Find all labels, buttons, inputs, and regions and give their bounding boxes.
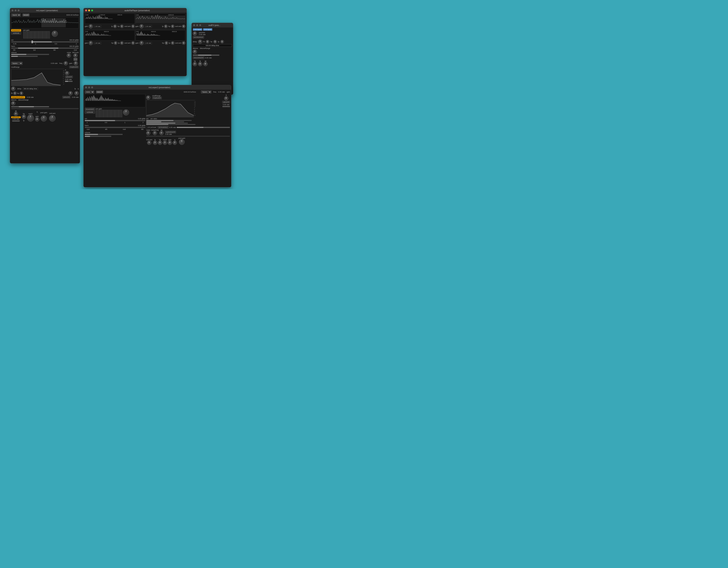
- qmodoff-button[interactable]: qModOff: [65, 76, 73, 78]
- snd-amt-knob[interactable]: [49, 115, 56, 122]
- afp-tl-maximize[interactable]: [91, 9, 93, 11]
- delay-mix-rate: 0.06 rate: [27, 96, 34, 98]
- sfx-hp-knob2[interactable]: [193, 62, 197, 66]
- afp-gain-knob-1[interactable]: [89, 24, 93, 28]
- ml2-notch-knob[interactable]: [163, 141, 167, 145]
- ml2-gain-knob2[interactable]: [168, 141, 172, 145]
- pitchmix-knob[interactable]: [193, 31, 197, 36]
- bitcrush-knob[interactable]: [73, 53, 78, 58]
- afp-tl-close[interactable]: [85, 9, 87, 11]
- filter-select[interactable]: lopass: [11, 62, 23, 65]
- ml2-harm-v3: root: [123, 128, 126, 130]
- sfx-tl-minimize[interactable]: [196, 24, 198, 26]
- ml2-pregain-knob[interactable]: [123, 109, 129, 115]
- sfx-input2-btn[interactable]: 0.50 input2: [203, 28, 213, 31]
- ml2-apmixmodoff-btn[interactable]: apMixModOff: [165, 131, 176, 133]
- afp-lp-knob-1[interactable]: [113, 25, 117, 28]
- afp-hp-knob-1[interactable]: [120, 25, 124, 28]
- hp-knob[interactable]: [20, 92, 23, 95]
- sfx-fb-knob[interactable]: [206, 40, 209, 43]
- tl-close[interactable]: [12, 9, 13, 11]
- ml2-lp-knob[interactable]: [153, 141, 157, 145]
- freqmodoff-button[interactable]: freqModOff: [69, 66, 79, 68]
- record-button[interactable]: record: [23, 14, 29, 16]
- mclooper1-title: mcLooper1 (presentation): [21, 9, 73, 12]
- gain-knob-bottom[interactable]: [35, 117, 39, 122]
- delay-knob[interactable]: [11, 87, 15, 91]
- gain-knob-filter[interactable]: [74, 61, 78, 65]
- freq-knob[interactable]: [64, 61, 68, 65]
- afp-hp-knob-3[interactable]: [114, 41, 117, 45]
- afp-sndamt-knob-2[interactable]: [182, 25, 185, 28]
- afp-sndamt-knob-1[interactable]: [131, 25, 135, 28]
- oct-slider-thumb[interactable]: [31, 41, 33, 43]
- afp-gain-knob-4[interactable]: [140, 41, 144, 45]
- ap-knob[interactable]: [14, 112, 18, 116]
- afp-hp-knob-2[interactable]: [171, 25, 174, 28]
- pitchmixmod0-button[interactable]: pitchMixMod0: [193, 36, 204, 38]
- ml2-tl-close[interactable]: [85, 86, 87, 88]
- sfx-delay-knob[interactable]: [198, 40, 202, 44]
- afp-lp-knob-2[interactable]: [164, 25, 168, 28]
- timestretch-button[interactable]: timestretch: [11, 29, 21, 31]
- sfx-input1-btn[interactable]: 0.50 input1: [193, 28, 202, 31]
- afp-sndamt-knob-3[interactable]: [131, 41, 135, 45]
- afp-tl-minimize[interactable]: [88, 9, 90, 11]
- detune-knob[interactable]: [11, 101, 15, 105]
- lpmodoff-button[interactable]: lpModOff: [62, 96, 70, 98]
- ml2-freqmodoff-btn[interactable]: freqModOff: [152, 97, 162, 99]
- ml2-record-button[interactable]: record: [96, 91, 103, 93]
- octmode-button[interactable]: octMode: [11, 32, 21, 35]
- ml2-hp-knob[interactable]: [158, 141, 162, 145]
- ml2-filter-select[interactable]: hipass: [201, 90, 211, 93]
- post-gain-knob[interactable]: [41, 115, 47, 122]
- harm-glide: 300.00 glide: [69, 45, 79, 47]
- lp-knob-delay[interactable]: [68, 91, 73, 95]
- q-knob[interactable]: [65, 71, 69, 75]
- notch-knob[interactable]: [27, 115, 34, 122]
- ml2-input-select[interactable]: none: [85, 90, 94, 93]
- tl-minimize[interactable]: [15, 9, 16, 11]
- fb-knob[interactable]: [13, 92, 17, 95]
- delaymixmodon-button[interactable]: delayMixModOn: [11, 96, 25, 98]
- ml2-timestretch-btn[interactable]: timestretch: [85, 108, 95, 111]
- ml2-noisefreq-knob[interactable]: [153, 131, 157, 135]
- detunemodoff-button[interactable]: detuneModOff: [193, 56, 204, 59]
- sfx-lp-knob2[interactable]: [198, 62, 202, 66]
- ml2-noise-knob[interactable]: [146, 131, 150, 135]
- ml2-q-knob[interactable]: [224, 96, 228, 100]
- afp-gain-knob-2[interactable]: [140, 24, 144, 28]
- ml2-gain-label2: gain: [168, 139, 172, 141]
- ml2-sndamt-knob[interactable]: [147, 141, 151, 145]
- input-select[interactable]: input1: [11, 13, 21, 16]
- ml2-ap-knob[interactable]: [159, 131, 164, 135]
- ml2-tl-maximize[interactable]: [91, 86, 93, 88]
- sfx-detune-knob[interactable]: [193, 50, 197, 54]
- ml2-qmodoff-btn[interactable]: qModOff: [222, 101, 230, 103]
- afp-gain-knob-3[interactable]: [89, 41, 93, 45]
- afp-lp-knob-3[interactable]: [120, 41, 124, 45]
- sfx-tl-close[interactable]: [193, 24, 195, 26]
- afp-sndamt-knob-4[interactable]: [182, 41, 185, 45]
- ml2-postgain-knob[interactable]: [179, 139, 185, 145]
- ml2-amscalemod-btn[interactable]: amScaleMod: [158, 126, 169, 129]
- afp-hp-knob-4[interactable]: [165, 41, 168, 45]
- hp-knob-bottom[interactable]: [22, 115, 26, 119]
- apmixmodon-button[interactable]: apMixModOn: [11, 116, 21, 118]
- ml2-octmode-btn[interactable]: octMode: [85, 111, 95, 114]
- sfx-lp-knob[interactable]: [220, 40, 224, 43]
- ml2-tl-minimize[interactable]: [88, 86, 90, 88]
- tl-maximize[interactable]: [18, 9, 20, 11]
- sfx-ap-knob[interactable]: [203, 62, 208, 66]
- ml2-noisefreq-label: noiseFreq: [151, 129, 159, 131]
- afp-lp-knob-4[interactable]: [171, 41, 174, 45]
- ml2-ap-label: ap: [161, 129, 162, 131]
- sfx-tl-maximize[interactable]: [199, 24, 201, 26]
- noise-knob[interactable]: [67, 53, 71, 58]
- pre-gain-knob[interactable]: [52, 31, 58, 37]
- svg-rect-32: [136, 16, 185, 23]
- ml2-freq-knob[interactable]: [146, 96, 150, 100]
- ml2-q-knob2[interactable]: [173, 141, 177, 145]
- q-knob-delay[interactable]: [75, 91, 79, 95]
- sfx-hp-knob[interactable]: [213, 40, 217, 43]
